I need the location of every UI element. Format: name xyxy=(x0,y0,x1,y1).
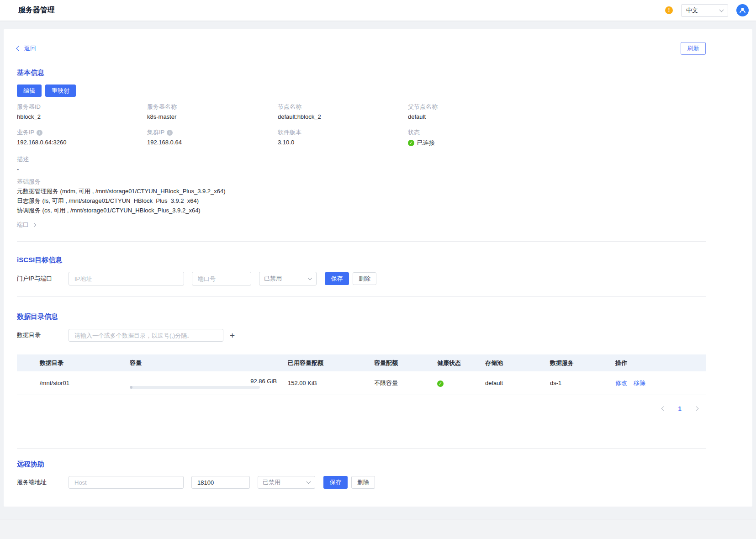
edit-button[interactable]: 编辑 xyxy=(17,85,42,97)
remote-heading: 远程协助 xyxy=(17,460,706,469)
field-status: 状态 ✓ 已连接 xyxy=(408,128,706,147)
field-label: 软件版本 xyxy=(278,128,408,137)
chevron-left-icon xyxy=(661,406,666,411)
section-divider xyxy=(17,241,706,242)
back-label: 返回 xyxy=(24,44,36,53)
field-server-id: 服务器ID hblock_2 xyxy=(17,103,147,120)
base-service-item: 元数据管理服务 (mdm, 可用 , /mnt/storage01/CTYUN_… xyxy=(17,187,706,196)
iscsi-status-select[interactable]: 已禁用 xyxy=(259,272,317,285)
refresh-button[interactable]: 刷新 xyxy=(681,42,706,55)
remote-port-input[interactable] xyxy=(191,476,250,489)
cell-actions: 修改 移除 xyxy=(615,379,706,387)
status-value: 已连接 xyxy=(417,139,435,147)
base-services: 基础服务 元数据管理服务 (mdm, 可用 , /mnt/storage01/C… xyxy=(17,178,706,215)
info-icon[interactable]: i xyxy=(37,130,42,136)
base-service-item: 协调服务 (cs, 可用 , /mnt/storage01/CTYUN_HBlo… xyxy=(17,206,706,215)
ports-expander[interactable]: 端口 xyxy=(17,221,706,229)
capacity-value: 92.86 GiB xyxy=(130,378,288,385)
section-divider xyxy=(17,296,706,297)
page-number-current[interactable]: 1 xyxy=(674,402,686,414)
chevron-down-icon xyxy=(307,480,311,484)
table-row: /mnt/stor01 92.86 GiB 152.00 KiB 不限容量 ✓ … xyxy=(17,371,706,395)
field-server-name: 服务器名称 k8s-master xyxy=(147,103,278,120)
remap-button[interactable]: 重映射 xyxy=(45,85,76,97)
modify-link[interactable]: 修改 xyxy=(615,379,627,387)
data-dir-input[interactable] xyxy=(69,329,223,342)
remote-save-button[interactable]: 保存 xyxy=(323,476,348,489)
field-value: 192.168.0.64:3260 xyxy=(17,139,147,146)
col-header-path: 数据目录 xyxy=(40,359,130,367)
language-select[interactable]: 中文 xyxy=(681,4,728,17)
next-page-button[interactable] xyxy=(690,402,702,414)
remote-status-select[interactable]: 已禁用 xyxy=(258,476,315,489)
top-bar: 服务器管理 ! 中文 xyxy=(0,0,756,21)
cell-health: ✓ xyxy=(437,380,485,387)
col-header-used-quota: 已用容量配额 xyxy=(288,359,374,367)
table-header-row: 数据目录 容量 已用容量配额 容量配额 健康状态 存储池 数据服务 操作 xyxy=(17,354,706,371)
field-label: 父节点名称 xyxy=(408,103,706,111)
capacity-progress-fill xyxy=(130,386,132,389)
field-label: 业务IP xyxy=(17,128,34,137)
prev-page-button[interactable] xyxy=(657,402,669,414)
field-parent-node-name: 父节点名称 default xyxy=(408,103,706,120)
field-value: 3.10.0 xyxy=(278,139,408,146)
field-cluster-ip: 集群IP i 192.168.0.64 xyxy=(147,128,278,147)
field-value: - xyxy=(17,166,706,173)
field-label: 集群IP xyxy=(147,128,164,137)
user-avatar[interactable] xyxy=(736,4,749,16)
field-description: 描述 - xyxy=(17,155,706,173)
col-header-pool: 存储池 xyxy=(485,359,550,367)
field-value: k8s-master xyxy=(147,113,278,120)
field-value: default xyxy=(408,113,706,120)
field-label: 服务器名称 xyxy=(147,103,278,111)
chevron-right-icon xyxy=(694,406,698,411)
data-dir-input-row: 数据目录 + xyxy=(17,329,706,342)
remote-row-label: 服务端地址 xyxy=(17,478,69,486)
status-connected-icon: ✓ xyxy=(408,140,414,146)
iscsi-port-input[interactable] xyxy=(192,272,251,285)
remote-delete-button[interactable]: 删除 xyxy=(351,476,375,489)
field-value: default:hblock_2 xyxy=(278,113,408,120)
health-ok-icon: ✓ xyxy=(437,380,444,387)
field-value: hblock_2 xyxy=(17,113,147,120)
iscsi-ip-input[interactable] xyxy=(69,272,184,285)
base-service-item: 日志服务 (ls, 可用 , /mnt/storage01/CTYUN_HBlo… xyxy=(17,196,706,205)
remote-address-row: 服务端地址 已禁用 保存 删除 xyxy=(17,476,706,489)
chevron-right-icon xyxy=(32,222,37,227)
chevron-left-icon xyxy=(16,46,21,51)
iscsi-delete-button[interactable]: 删除 xyxy=(353,272,376,285)
cell-capacity: 92.86 GiB xyxy=(130,378,288,389)
warning-icon[interactable]: ! xyxy=(665,6,673,14)
iscsi-save-button[interactable]: 保存 xyxy=(325,272,349,285)
cell-path: /mnt/stor01 xyxy=(40,380,130,386)
add-data-dir-button[interactable]: + xyxy=(230,331,235,340)
chevron-down-icon xyxy=(308,276,312,280)
data-dir-row-label: 数据目录 xyxy=(17,331,69,339)
page-footer xyxy=(0,519,756,539)
user-icon xyxy=(739,6,746,14)
back-button[interactable]: 返回 xyxy=(17,44,36,53)
info-icon[interactable]: i xyxy=(167,130,173,136)
col-header-data-service: 数据服务 xyxy=(550,359,615,367)
field-label: 状态 xyxy=(408,128,706,137)
cell-used-quota: 152.00 KiB xyxy=(288,380,374,386)
iscsi-portal-row: 门户IP与端口 已禁用 保存 删除 xyxy=(17,272,706,285)
col-header-quota: 容量配额 xyxy=(374,359,437,367)
main-card: 返回 刷新 基本信息 编辑 重映射 服务器ID hblock_2 服务器名称 k… xyxy=(4,29,752,507)
basic-info-heading: 基本信息 xyxy=(17,69,706,77)
capacity-progress-bar xyxy=(130,386,260,389)
remote-host-input[interactable] xyxy=(69,476,184,489)
page-gap xyxy=(0,507,756,519)
cell-data-service: ds-1 xyxy=(550,380,615,386)
col-header-capacity: 容量 xyxy=(130,359,288,367)
remote-status-select-value: 已禁用 xyxy=(263,478,280,486)
cell-quota: 不限容量 xyxy=(374,379,437,387)
ports-label: 端口 xyxy=(17,221,29,229)
pagination: 1 xyxy=(17,402,706,414)
iscsi-status-select-value: 已禁用 xyxy=(264,275,282,283)
remove-link[interactable]: 移除 xyxy=(634,379,645,387)
section-divider xyxy=(17,448,706,449)
data-dir-table: 数据目录 容量 已用容量配额 容量配额 健康状态 存储池 数据服务 操作 /mn… xyxy=(17,354,706,395)
col-header-actions: 操作 xyxy=(615,359,706,367)
iscsi-heading: iSCSI目标信息 xyxy=(17,256,706,264)
